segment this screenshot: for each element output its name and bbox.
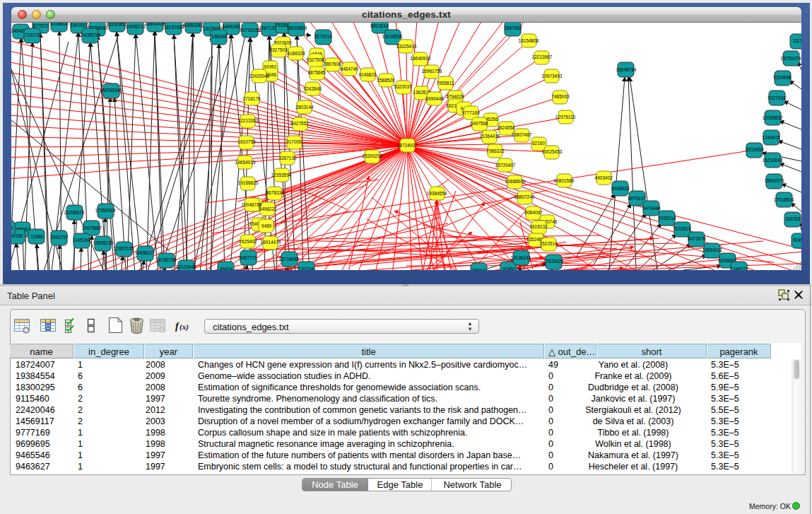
svg-text:116753: 116753: [785, 216, 801, 221]
svg-text:12213967: 12213967: [532, 54, 553, 59]
svg-text:16154808: 16154808: [519, 38, 539, 43]
svg-text:8215955: 8215955: [746, 147, 764, 152]
svg-text:877572: 877572: [33, 23, 48, 28]
svg-text:18137084: 18137084: [164, 25, 184, 30]
svg-text:9489: 9489: [261, 223, 272, 228]
svg-text:2942757: 2942757: [50, 235, 69, 240]
svg-text:2867608: 2867608: [323, 62, 341, 66]
svg-text:6794028: 6794028: [446, 94, 464, 99]
svg-text:6466160: 6466160: [222, 24, 240, 29]
svg-text:12505135: 12505135: [93, 240, 114, 245]
svg-text:16210643: 16210643: [763, 158, 783, 163]
svg-text:15751074: 15751074: [781, 56, 801, 61]
svg-text:15720407: 15720407: [495, 163, 516, 168]
svg-text:10688609: 10688609: [505, 179, 526, 184]
svg-text:18807249: 18807249: [514, 194, 535, 199]
svg-text:12975115: 12975115: [555, 115, 576, 119]
svg-text:16033809: 16033809: [287, 25, 307, 30]
svg-text:1615132: 1615132: [529, 224, 548, 229]
svg-text:22420046: 22420046: [249, 74, 270, 78]
svg-text:719176: 719176: [25, 33, 40, 37]
svg-text:18724007: 18724007: [397, 143, 418, 148]
svg-text:14265799: 14265799: [81, 33, 101, 37]
svg-text:10025453: 10025453: [542, 149, 563, 154]
svg-text:2687682: 2687682: [504, 25, 522, 30]
svg-text:21364436: 21364436: [480, 134, 500, 139]
svg-text:17957225: 17957225: [114, 246, 134, 251]
svg-text:3875685: 3875685: [307, 70, 326, 75]
svg-text:83197857: 83197857: [107, 23, 127, 27]
svg-text:2935114: 2935114: [659, 216, 676, 221]
svg-text:7986322: 7986322: [486, 148, 505, 153]
svg-text:2522514: 2522514: [539, 241, 558, 246]
svg-text:3624554: 3624554: [497, 125, 515, 130]
svg-text:8471676: 8471676: [688, 236, 706, 241]
svg-text:19384554: 19384554: [427, 191, 447, 196]
svg-text:8454749: 8454749: [340, 66, 358, 71]
svg-text:62160: 62160: [532, 141, 545, 146]
svg-text:16914479: 16914479: [261, 240, 281, 245]
svg-text:1145194: 1145194: [73, 238, 90, 243]
svg-text:90801586: 90801586: [554, 178, 575, 183]
svg-text:9777169: 9777169: [461, 110, 480, 115]
svg-text:3267130: 3267130: [278, 156, 297, 160]
svg-text:12213363: 12213363: [238, 118, 259, 123]
svg-text:10853287: 10853287: [183, 23, 204, 28]
svg-text:16961758: 16961758: [422, 69, 442, 74]
svg-text:8186328: 8186328: [287, 51, 305, 56]
svg-text:16640910: 16640910: [411, 56, 431, 61]
svg-text:19218506: 19218506: [382, 34, 403, 39]
svg-text:8813014: 8813014: [370, 23, 389, 28]
svg-text:20691406: 20691406: [145, 23, 165, 26]
svg-text:9084067: 9084067: [524, 210, 543, 215]
svg-text:5322037: 5322037: [394, 84, 412, 89]
svg-text:1244415: 1244415: [762, 135, 780, 140]
svg-text:19654915: 19654915: [235, 160, 256, 165]
svg-text:9242848: 9242848: [303, 86, 322, 91]
svg-text:917006: 917006: [286, 139, 302, 144]
svg-text:2718176: 2718176: [242, 96, 261, 101]
svg-text:198246: 198246: [211, 34, 227, 39]
svg-text:9474444: 9474444: [642, 206, 661, 211]
svg-text:9329996: 9329996: [773, 75, 792, 80]
svg-text:86004: 86004: [220, 267, 233, 270]
svg-text:15716485: 15716485: [279, 257, 300, 262]
svg-text:17359924: 17359924: [95, 208, 116, 213]
svg-text:11568: 11568: [30, 234, 43, 239]
svg-text:12023448: 12023448: [176, 264, 196, 269]
svg-text:12093832: 12093832: [763, 115, 783, 120]
svg-text:15692971: 15692971: [765, 178, 785, 183]
svg-text:86004: 86004: [473, 268, 486, 270]
svg-text:6879197: 6879197: [628, 196, 646, 201]
svg-text:7625402: 7625402: [239, 239, 257, 244]
svg-text:9457771: 9457771: [239, 255, 257, 260]
svg-text:6497568: 6497568: [470, 121, 488, 126]
svg-text:25300203: 25300203: [363, 153, 383, 158]
svg-text:9146821: 9146821: [358, 72, 377, 77]
svg-text:16648784: 16648784: [616, 67, 637, 72]
svg-text:120234: 120234: [298, 267, 314, 270]
svg-text:7632621: 7632621: [673, 226, 691, 231]
svg-text:9327503: 9327503: [269, 47, 288, 52]
svg-text:4903402: 4903402: [594, 175, 613, 180]
svg-text:3341057: 3341057: [69, 23, 88, 28]
svg-text:8938923: 8938923: [611, 186, 630, 191]
svg-text:17533426: 17533426: [543, 259, 564, 264]
svg-text:19975887: 19975887: [82, 226, 102, 230]
svg-text:9227342: 9227342: [767, 95, 786, 100]
svg-text:16782759: 16782759: [156, 257, 177, 262]
svg-text:97450: 97450: [502, 267, 515, 270]
svg-text:14136141: 14136141: [511, 255, 531, 260]
svg-text:10973493: 10973493: [542, 74, 563, 78]
svg-text:10719155: 10719155: [240, 28, 261, 33]
svg-text:92450: 92450: [793, 238, 801, 243]
svg-text:10654112: 10654112: [702, 247, 723, 252]
svg-text:7955812: 7955812: [436, 81, 454, 86]
svg-text:(x): (x): [180, 322, 189, 332]
svg-text:1588520: 1588520: [377, 78, 395, 83]
svg-text:5108603: 5108603: [50, 23, 69, 26]
svg-text:17016504: 17016504: [774, 197, 794, 202]
svg-text:9327508: 9327508: [306, 57, 324, 62]
svg-text:2803144: 2803144: [295, 105, 314, 110]
svg-text:10046788: 10046788: [242, 202, 262, 207]
